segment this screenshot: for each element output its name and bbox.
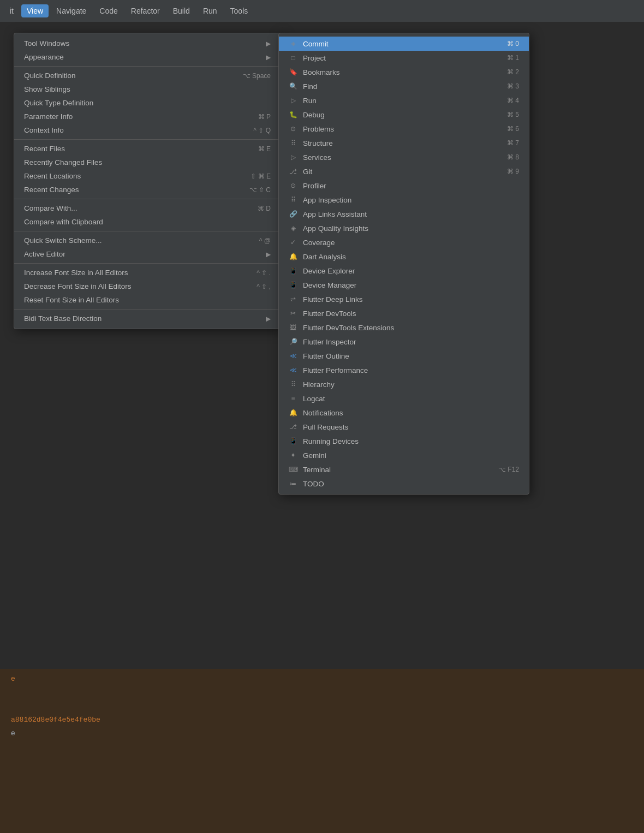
separator-3: [14, 199, 281, 199]
device-manager-label: Device Manager: [303, 281, 519, 289]
submenu-item-flutter-performance[interactable]: ≪ Flutter Performance: [279, 363, 529, 377]
menubar-code[interactable]: Code: [94, 4, 123, 17]
commit-label: Commit: [303, 40, 502, 48]
submenu-item-find[interactable]: 🔍 Find ⌘ 3: [279, 79, 529, 93]
submenu-item-logcat[interactable]: ≡ Logcat: [279, 391, 529, 406]
submenu-item-structure[interactable]: ⠿ Structure ⌘ 7: [279, 136, 529, 150]
decrease-font-shortcut: ^ ⇧ ,: [257, 283, 271, 290]
menubar-refactor[interactable]: Refactor: [126, 4, 165, 17]
coverage-icon: ✓: [289, 238, 297, 247]
menu-item-quick-type[interactable]: Quick Type Definition: [14, 96, 281, 110]
profiler-icon: ⊙: [289, 181, 297, 190]
submenu-item-gemini[interactable]: ✦ Gemini: [279, 448, 529, 462]
debug-label: Debug: [303, 111, 502, 119]
submenu-item-commit[interactable]: ⎆ Commit ⌘ 0: [279, 37, 529, 51]
menubar-tools[interactable]: Tools: [225, 4, 254, 17]
menubar-it[interactable]: it: [4, 4, 19, 17]
menu-item-quick-definition[interactable]: Quick Definition ⌥ Space: [14, 69, 281, 82]
menu-item-compare-with[interactable]: Compare With... ⌘ D: [14, 201, 281, 215]
hash-text: a88162d8e0f4e5e4fe0be: [11, 716, 633, 724]
submenu-item-problems[interactable]: ⊙ Problems ⌘ 6: [279, 122, 529, 136]
run-icon: ▷: [289, 96, 297, 105]
submenu-item-profiler[interactable]: ⊙ Profiler: [279, 178, 529, 193]
recently-changed-label: Recently Changed Files: [24, 158, 102, 166]
menu-item-active-editor[interactable]: Active Editor ▶: [14, 247, 281, 261]
menu-item-context-info[interactable]: Context Info ^ ⇧ Q: [14, 123, 281, 137]
submenu-item-flutter-devtools-ext[interactable]: 🖼 Flutter DevTools Extensions: [279, 320, 529, 335]
parameter-info-shortcut: ⌘ P: [258, 113, 271, 121]
quick-type-label: Quick Type Definition: [24, 99, 93, 107]
find-shortcut: ⌘ 3: [507, 82, 519, 90]
submenu-item-run[interactable]: ▷ Run ⌘ 4: [279, 93, 529, 108]
menu-item-recently-changed[interactable]: Recently Changed Files: [14, 156, 281, 169]
menu-item-recent-changes[interactable]: Recent Changes ⌥ ⇧ C: [14, 183, 281, 197]
menu-item-recent-locations[interactable]: Recent Locations ⇧ ⌘ E: [14, 169, 281, 183]
submenu-item-todo[interactable]: ≔ TODO: [279, 477, 529, 491]
submenu-item-device-manager[interactable]: 📱 Device Manager: [279, 278, 529, 292]
submenu-item-git[interactable]: ⎇ Git ⌘ 9: [279, 164, 529, 178]
menu-item-show-siblings[interactable]: Show Siblings: [14, 82, 281, 96]
menu-item-quick-switch[interactable]: Quick Switch Scheme... ^ @: [14, 234, 281, 247]
menubar-build[interactable]: Build: [168, 4, 195, 17]
menu-item-parameter-info[interactable]: Parameter Info ⌘ P: [14, 110, 281, 123]
submenu-item-app-inspection[interactable]: ⠿ App Inspection: [279, 193, 529, 207]
appearance-label: Appearance: [24, 53, 64, 61]
notifications-icon: 🔔: [289, 408, 297, 417]
tool-windows-arrow: ▶: [266, 40, 271, 47]
commit-shortcut: ⌘ 0: [507, 40, 519, 47]
flutter-devtools-ext-icon: 🖼: [289, 323, 297, 332]
project-icon: □: [289, 53, 297, 62]
submenu-item-dart[interactable]: 🔔 Dart Analysis: [279, 249, 529, 264]
submenu-item-flutter-devtools[interactable]: ✂ Flutter DevTools: [279, 306, 529, 320]
menu-item-appearance[interactable]: Appearance ▶: [14, 50, 281, 64]
commit-hash: a88162d8e0f4e5e4fe0be: [11, 716, 100, 724]
services-label: Services: [303, 153, 502, 162]
submenu-item-hierarchy[interactable]: ⠿ Hierarchy: [279, 377, 529, 391]
flutter-inspector-icon: 🔎: [289, 337, 297, 346]
menu-item-bidi[interactable]: Bidi Text Base Direction ▶: [14, 312, 281, 325]
submenu-item-pull-requests[interactable]: ⎇ Pull Requests: [279, 420, 529, 434]
submenu-item-flutter-inspector[interactable]: 🔎 Flutter Inspector: [279, 335, 529, 349]
find-label: Find: [303, 82, 502, 91]
menu-item-recent-files[interactable]: Recent Files ⌘ E: [14, 142, 281, 156]
bottom-line-e: e: [11, 729, 633, 737]
submenu-item-project[interactable]: □ Project ⌘ 1: [279, 51, 529, 65]
debug-icon: 🐛: [289, 110, 297, 119]
menu-item-decrease-font[interactable]: Decrease Font Size in All Editors ^ ⇧ ,: [14, 279, 281, 293]
submenu-item-coverage[interactable]: ✓ Coverage: [279, 235, 529, 249]
compare-with-label: Compare With...: [24, 204, 77, 212]
quick-switch-label: Quick Switch Scheme...: [24, 236, 102, 245]
flutter-devtools-icon: ✂: [289, 309, 297, 318]
recent-locations-shortcut: ⇧ ⌘ E: [251, 172, 271, 180]
run-label: Run: [303, 97, 502, 105]
quick-definition-shortcut: ⌥ Space: [243, 72, 271, 80]
menu-item-reset-font[interactable]: Reset Font Size in All Editors: [14, 293, 281, 307]
terminal-shortcut: ⌥ F12: [498, 466, 519, 473]
submenu-item-bookmarks[interactable]: 🔖 Bookmarks ⌘ 2: [279, 65, 529, 79]
menu-item-tool-windows[interactable]: Tool Windows ▶: [14, 37, 281, 50]
submenu-item-app-quality[interactable]: ◈ App Quality Insights: [279, 221, 529, 235]
menu-item-increase-font[interactable]: Increase Font Size in All Editors ^ ⇧ .: [14, 266, 281, 279]
submenu-item-app-links[interactable]: 🔗 App Links Assistant: [279, 207, 529, 221]
submenu-item-debug[interactable]: 🐛 Debug ⌘ 5: [279, 108, 529, 122]
commit-icon: ⎆: [289, 39, 297, 48]
running-devices-label: Running Devices: [303, 437, 519, 445]
menubar-navigate[interactable]: Navigate: [51, 4, 92, 17]
flutter-performance-icon: ≪: [289, 366, 297, 374]
menubar-view[interactable]: View: [21, 4, 49, 17]
submenu-item-terminal[interactable]: ⌨ Terminal ⌥ F12: [279, 462, 529, 477]
submenu-item-flutter-outline[interactable]: ≪ Flutter Outline: [279, 349, 529, 363]
structure-icon: ⠿: [289, 139, 297, 147]
services-icon: ▷: [289, 153, 297, 162]
submenu-item-notifications[interactable]: 🔔 Notifications: [279, 406, 529, 420]
menubar-run[interactable]: Run: [198, 4, 223, 17]
submenu-item-running-devices[interactable]: 📱 Running Devices: [279, 434, 529, 448]
menu-item-compare-clipboard[interactable]: Compare with Clipboard: [14, 215, 281, 229]
submenu-item-device-explorer[interactable]: 📱 Device Explorer: [279, 264, 529, 278]
dart-icon: 🔔: [289, 252, 297, 261]
submenu-item-services[interactable]: ▷ Services ⌘ 8: [279, 150, 529, 164]
flutter-devtools-label: Flutter DevTools: [303, 310, 519, 318]
compare-clipboard-label: Compare with Clipboard: [24, 218, 103, 226]
compare-with-shortcut: ⌘ D: [258, 205, 271, 212]
submenu-item-flutter-deep-links[interactable]: ⇌ Flutter Deep Links: [279, 292, 529, 306]
